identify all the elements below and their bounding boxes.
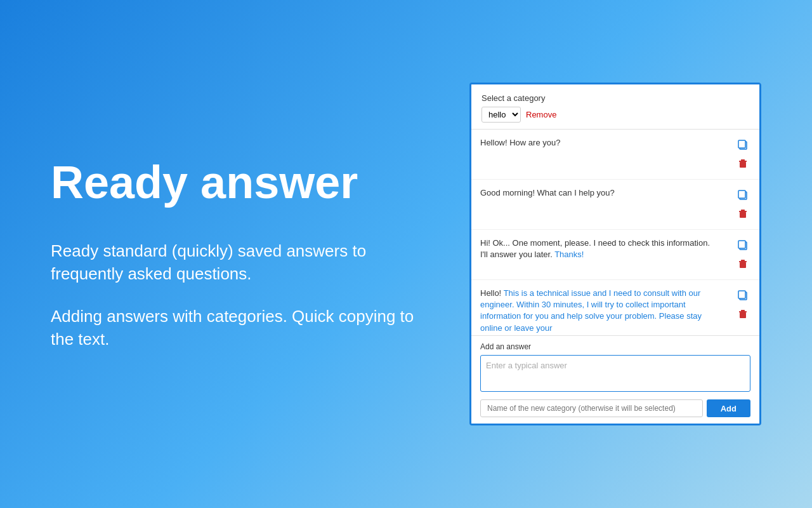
svg-rect-1 xyxy=(738,140,745,148)
svg-rect-19 xyxy=(741,310,745,311)
delete-button[interactable] xyxy=(735,156,750,171)
answer-textarea[interactable] xyxy=(480,355,750,392)
main-title: Ready answer xyxy=(51,157,419,208)
answer-actions xyxy=(735,187,750,222)
panel-header: Select a category hello Remove xyxy=(471,84,759,130)
svg-rect-11 xyxy=(738,241,745,248)
left-panel: Ready answer Ready standard (quickly) sa… xyxy=(51,157,419,351)
category-label: Select a category xyxy=(481,93,749,103)
answer-text: Hi! Ok... One moment, please. I need to … xyxy=(480,237,735,260)
svg-rect-16 xyxy=(738,291,745,298)
svg-rect-12 xyxy=(740,262,746,268)
answer-actions xyxy=(735,237,750,272)
add-button[interactable]: Add xyxy=(707,399,750,417)
svg-rect-13 xyxy=(739,261,747,262)
remove-link[interactable]: Remove xyxy=(526,110,556,119)
delete-button[interactable] xyxy=(735,257,750,272)
copy-icon xyxy=(737,139,749,150)
answer-highlight: Thanks! xyxy=(554,250,584,259)
svg-rect-6 xyxy=(738,190,745,198)
svg-rect-9 xyxy=(741,210,745,211)
svg-rect-18 xyxy=(739,311,747,312)
table-row: Hello! This is a technical issue and I n… xyxy=(471,280,759,336)
answer-content: Hi! Ok... One moment, please. I need to … xyxy=(480,238,710,259)
add-section: Add an answer Add xyxy=(471,336,759,424)
svg-rect-2 xyxy=(740,162,746,168)
description1: Ready standard (quickly) saved answers t… xyxy=(51,239,419,286)
svg-rect-17 xyxy=(740,312,746,318)
svg-rect-14 xyxy=(741,260,745,261)
right-panel: Select a category hello Remove Hellow! H… xyxy=(469,83,761,425)
copy-button[interactable] xyxy=(735,237,750,253)
copy-icon xyxy=(737,290,749,301)
copy-icon xyxy=(737,189,749,201)
trash-icon xyxy=(737,258,749,270)
answer-content-highlight: This is a technical issue and I need to … xyxy=(480,288,702,333)
answer-text: Hello! This is a technical issue and I n… xyxy=(480,288,735,334)
answer-text: Hellow! How are you? xyxy=(480,137,735,149)
category-row: hello Remove xyxy=(481,107,749,123)
trash-icon xyxy=(737,309,749,320)
category-name-input[interactable] xyxy=(480,399,703,417)
answer-content: Hellow! How are you? xyxy=(480,138,560,147)
delete-button[interactable] xyxy=(735,206,750,222)
trash-icon xyxy=(737,158,749,170)
add-label: Add an answer xyxy=(480,342,750,351)
copy-button[interactable] xyxy=(735,187,750,203)
answer-content-prefix: Hello! xyxy=(480,288,504,298)
table-row: Good morning! What can I help you? xyxy=(471,180,759,230)
answer-text: Good morning! What can I help you? xyxy=(480,187,735,199)
table-row: Hellow! How are you? xyxy=(471,130,759,180)
description2: Adding answers with categories. Quick co… xyxy=(51,305,419,351)
copy-button[interactable] xyxy=(735,137,750,152)
svg-rect-3 xyxy=(739,161,747,162)
svg-rect-7 xyxy=(740,212,746,218)
category-select[interactable]: hello xyxy=(481,107,521,123)
svg-rect-4 xyxy=(741,159,745,161)
copy-icon xyxy=(737,239,749,251)
trash-icon xyxy=(737,208,749,220)
copy-button[interactable] xyxy=(735,288,750,303)
answer-actions xyxy=(735,137,750,171)
answers-list: Hellow! How are you? xyxy=(471,130,759,336)
table-row: Hi! Ok... One moment, please. I need to … xyxy=(471,230,759,280)
answer-content: Good morning! What can I help you? xyxy=(480,188,615,197)
bottom-row: Add xyxy=(480,399,750,417)
answer-actions xyxy=(735,288,750,322)
delete-button[interactable] xyxy=(735,307,750,322)
svg-rect-8 xyxy=(739,211,747,212)
